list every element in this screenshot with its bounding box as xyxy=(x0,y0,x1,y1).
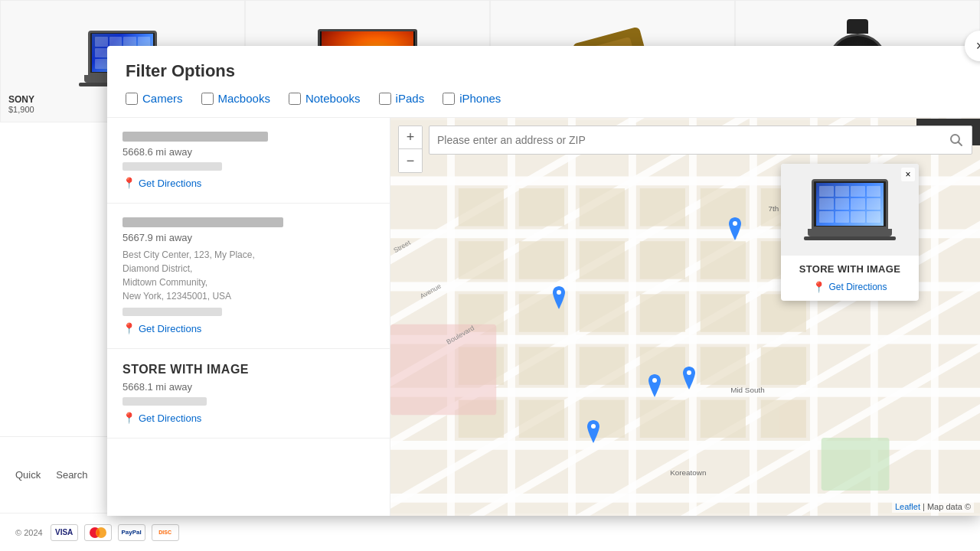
map-attribution: Leaflet | Map data © xyxy=(892,500,974,513)
filter-ipads-checkbox[interactable] xyxy=(379,93,391,105)
map-data-text: | Map data © xyxy=(923,502,971,511)
filter-header: Filter Options Camers Macbooks Notebooks… xyxy=(107,46,980,118)
filter-macbooks-label[interactable]: Macbooks xyxy=(218,92,270,105)
store-popup-directions-label: Get Directions xyxy=(828,282,887,292)
store-directions-2[interactable]: 📍 Get Directions xyxy=(122,322,374,334)
pin-icon-2: 📍 xyxy=(122,322,136,334)
pin-icon-featured: 📍 xyxy=(122,412,136,424)
svg-point-71 xyxy=(652,378,657,383)
map-search-bar xyxy=(429,126,972,155)
mastercard-icon xyxy=(84,524,112,541)
store-phone-2-blurred xyxy=(122,308,222,316)
store-directions-1[interactable]: 📍 Get Directions xyxy=(122,177,374,189)
popup-pin-icon: 📍 xyxy=(812,281,825,293)
svg-rect-30 xyxy=(580,188,625,226)
zoom-controls: + − xyxy=(398,126,423,173)
svg-rect-47 xyxy=(519,347,564,384)
svg-rect-53 xyxy=(519,400,564,438)
map-pin-3[interactable] xyxy=(645,374,664,397)
store-featured-distance: 5668.1 mi away xyxy=(122,381,374,393)
filter-notebooks[interactable]: Notebooks xyxy=(289,92,361,105)
svg-rect-34 xyxy=(459,241,504,279)
store-item-2[interactable]: 5667.9 mi away Best City Center, 123, My… xyxy=(107,204,390,349)
store-address-1-blurred xyxy=(122,162,222,171)
filter-notebooks-checkbox[interactable] xyxy=(289,93,301,105)
svg-rect-31 xyxy=(640,188,685,226)
svg-rect-35 xyxy=(519,241,564,279)
filter-iphones[interactable]: iPhones xyxy=(443,92,501,105)
pin-icon-1: 📍 xyxy=(122,177,136,189)
quick-links-label: Quick xyxy=(15,469,41,481)
store-featured-directions[interactable]: 📍 Get Directions xyxy=(122,412,374,424)
svg-rect-58 xyxy=(390,324,496,415)
map-pin-5[interactable] xyxy=(584,420,603,443)
leaflet-link[interactable]: Leaflet xyxy=(895,502,920,511)
zoom-out-button[interactable]: − xyxy=(399,149,422,172)
map-area[interactable]: Street Avenue Boulevard Mid South Koreat… xyxy=(390,118,980,516)
filter-iphones-checkbox[interactable] xyxy=(443,93,455,105)
visa-icon: VISA xyxy=(51,524,78,541)
paypal-icon: PayPal xyxy=(118,524,145,541)
store-popup-close-button[interactable]: × xyxy=(901,168,915,181)
filter-ipads[interactable]: iPads xyxy=(379,92,425,105)
store-popup: × xyxy=(781,164,919,301)
store-distance-2: 5667.9 mi away xyxy=(122,232,374,243)
store-list: 5668.6 mi away 📍 Get Directions 5667.9 m… xyxy=(107,118,390,516)
filter-options-group: Camers Macbooks Notebooks iPads iPhones xyxy=(126,92,962,105)
svg-point-69 xyxy=(557,290,561,295)
filter-iphones-label[interactable]: iPhones xyxy=(459,92,501,105)
filter-title: Filter Options xyxy=(126,61,962,81)
svg-rect-48 xyxy=(580,347,625,384)
store-directions-2-label: Get Directions xyxy=(139,323,201,334)
map-pin-1[interactable] xyxy=(550,286,568,309)
filter-macbooks-checkbox[interactable] xyxy=(201,93,214,105)
filter-map-modal: × Filter Options Camers Macbooks Noteboo… xyxy=(107,46,980,516)
svg-rect-50 xyxy=(701,347,746,384)
store-item-1[interactable]: 5668.6 mi away 📍 Get Directions xyxy=(107,118,390,204)
svg-text:Mid South: Mid South xyxy=(730,386,764,394)
modal-body: 5668.6 mi away 📍 Get Directions 5667.9 m… xyxy=(107,118,980,516)
filter-ipads-label[interactable]: iPads xyxy=(396,92,425,105)
store-popup-body: STORE WITH IMAGE 📍 Get Directions xyxy=(781,256,919,301)
svg-rect-56 xyxy=(701,400,746,438)
svg-rect-36 xyxy=(580,241,625,279)
store-directions-1-label: Get Directions xyxy=(139,178,201,189)
filter-cameras-checkbox[interactable] xyxy=(126,93,138,105)
filter-cameras[interactable]: Camers xyxy=(126,92,183,105)
svg-text:7th: 7th xyxy=(769,204,779,213)
svg-point-70 xyxy=(733,221,737,226)
store-featured-name: STORE WITH IMAGE xyxy=(122,363,374,377)
svg-rect-55 xyxy=(640,400,685,438)
filter-notebooks-label[interactable]: Notebooks xyxy=(305,92,361,105)
svg-rect-29 xyxy=(519,188,564,226)
svg-rect-37 xyxy=(640,241,685,279)
payment-icons-group: VISA PayPal DISC xyxy=(51,524,179,541)
store-address-2: Best City Center, 123, My Place,Diamond … xyxy=(122,248,374,303)
product-name-laptop: SONY xyxy=(8,94,34,105)
filter-macbooks[interactable]: Macbooks xyxy=(201,92,270,105)
zoom-in-button[interactable]: + xyxy=(399,126,422,149)
map-pin-2[interactable] xyxy=(726,217,744,240)
svg-rect-51 xyxy=(761,347,806,384)
map-pin-4[interactable] xyxy=(680,367,698,390)
product-info-laptop: SONY $1,900 xyxy=(8,94,34,114)
svg-line-68 xyxy=(959,142,962,146)
store-item-featured[interactable]: STORE WITH IMAGE 5668.1 mi away 📍 Get Di… xyxy=(107,349,390,439)
svg-rect-42 xyxy=(580,294,625,331)
svg-rect-43 xyxy=(640,294,685,331)
footer-bar: © 2024 VISA PayPal DISC xyxy=(0,513,980,551)
map-search-icon[interactable] xyxy=(949,132,964,148)
filter-cameras-label[interactable]: Camers xyxy=(142,92,183,105)
store-featured-address-blurred xyxy=(122,397,207,406)
product-price-laptop: $1,900 xyxy=(8,105,34,114)
popup-close-icon: × xyxy=(905,169,910,180)
store-popup-name: STORE WITH IMAGE xyxy=(790,263,910,275)
svg-rect-44 xyxy=(701,294,746,331)
svg-rect-59 xyxy=(822,438,890,491)
map-search-input[interactable] xyxy=(437,134,942,146)
store-name-1-blurred xyxy=(122,132,268,142)
copyright-text: © 2024 xyxy=(15,528,43,537)
store-featured-directions-label: Get Directions xyxy=(139,412,201,424)
store-popup-directions[interactable]: 📍 Get Directions xyxy=(790,281,910,293)
store-popup-image xyxy=(781,164,919,256)
